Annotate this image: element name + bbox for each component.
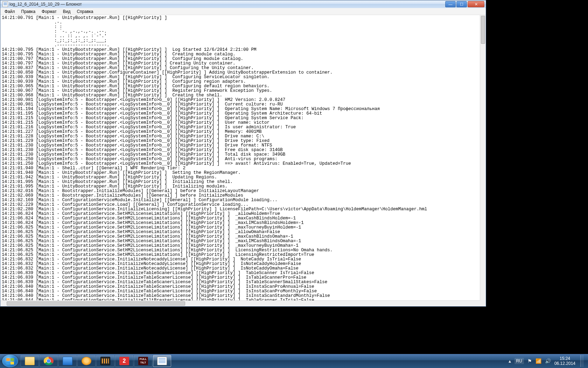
maximize-button[interactable]: ☐ xyxy=(456,1,467,7)
volume-icon[interactable]: 🔊 xyxy=(545,358,551,364)
system-tray: ▴ RU ⚑ 📶 🔊 15:24 06.12.2014 xyxy=(509,355,586,367)
h-scroll-thumb[interactable] xyxy=(7,301,185,306)
clock[interactable]: 15:24 06.12.2014 xyxy=(554,356,575,366)
taskbar-item-hm2[interactable]: 2 xyxy=(115,355,133,367)
show-desktop-button[interactable] xyxy=(580,355,584,367)
v-scroll-thumb[interactable] xyxy=(481,16,485,44)
network-icon[interactable]: 📶 xyxy=(536,358,541,364)
taskbar-item-app1[interactable] xyxy=(58,355,77,367)
menu-view[interactable]: Вид xyxy=(60,8,74,15)
taskbar-item-mpc[interactable] xyxy=(96,355,114,367)
menubar: Файл Правка Формат Вид Справка xyxy=(0,8,486,15)
scroll-corner xyxy=(480,300,486,306)
taskbar: 2 FULL TILT ▴ RU ⚑ 📶 🔊 15:24 06.12.2014 xyxy=(0,354,588,368)
log-text[interactable]: 14:21:00.791 [Main:1 - UnityBootstrapper… xyxy=(0,15,486,306)
menu-format[interactable]: Формат xyxy=(39,8,59,15)
minimize-button[interactable]: — xyxy=(445,1,456,7)
start-button[interactable] xyxy=(2,355,18,367)
flag-icon[interactable]: ⚑ xyxy=(527,358,532,364)
taskbar-item-avast[interactable] xyxy=(77,355,96,367)
fulltilt-icon: FULL TILT xyxy=(138,357,148,365)
horizontal-scrollbar[interactable] xyxy=(0,300,480,306)
taskbar-item-chrome[interactable] xyxy=(40,355,58,367)
menu-help[interactable]: Справка xyxy=(74,8,96,15)
taskbar-item-notepad[interactable] xyxy=(153,355,171,367)
tray-chevron-icon[interactable]: ▴ xyxy=(509,358,511,364)
notepad-window: log_12_6_2014_15_10_29 — Блокнот — ☐ ✕ Ф… xyxy=(0,0,486,307)
taskbar-item-explorer[interactable] xyxy=(21,355,39,367)
language-indicator[interactable]: RU xyxy=(514,358,524,364)
window-title: log_12_6_2014_15_10_29 — Блокнот xyxy=(9,2,445,7)
taskbar-item-fulltilt[interactable]: FULL TILT xyxy=(134,355,152,367)
avast-icon xyxy=(82,357,91,365)
hm2-icon: 2 xyxy=(119,357,129,365)
titlebar[interactable]: log_12_6_2014_15_10_29 — Блокнот — ☐ ✕ xyxy=(0,0,486,8)
mpc-icon xyxy=(100,357,110,365)
vertical-scrollbar[interactable] xyxy=(480,15,486,300)
menu-file[interactable]: Файл xyxy=(2,8,18,15)
text-area[interactable]: 14:21:00.791 [Main:1 - UnityBootstrapper… xyxy=(0,15,486,306)
notepad-icon xyxy=(2,1,8,7)
clock-date: 06.12.2014 xyxy=(554,361,575,366)
chrome-icon xyxy=(44,357,54,365)
folder-icon xyxy=(25,357,35,365)
close-button[interactable]: ✕ xyxy=(468,1,484,7)
clock-time: 15:24 xyxy=(554,356,575,361)
menu-edit[interactable]: Правка xyxy=(19,8,38,15)
notepad-taskbar-icon xyxy=(157,357,167,365)
app-icon xyxy=(63,357,72,365)
